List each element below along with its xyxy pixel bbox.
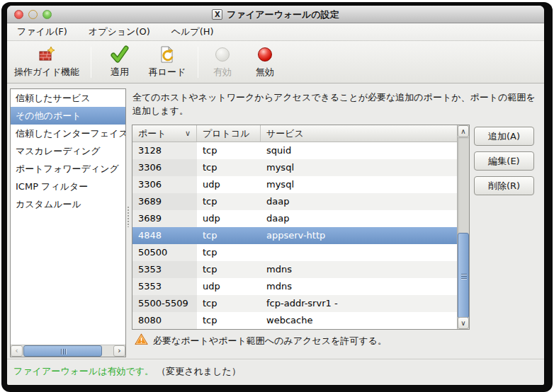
- ports-table-grid: ポート ∨ プロトコル サービス 3128 tcp squid: [132, 125, 457, 329]
- sidebar-item[interactable]: ICMP フィルター: [11, 178, 125, 195]
- port-header-label: ポート: [138, 128, 166, 139]
- pane-resize-handle[interactable]: [127, 206, 130, 227]
- service-cell: appserv-http: [261, 227, 457, 244]
- service-cell: mysql: [261, 159, 457, 176]
- scroll-right-icon[interactable]: ›: [113, 345, 125, 357]
- service-cell: squid: [261, 142, 457, 159]
- wizard-icon: [38, 45, 56, 64]
- port-cell: 3306: [132, 159, 197, 176]
- service-cell: daap: [261, 210, 457, 227]
- table-action-buttons: 追加(A) 編集(E) 削除(R): [474, 127, 534, 195]
- port-cell: 5500-5509: [132, 295, 197, 312]
- warning-icon: [135, 333, 148, 348]
- warning-row: 必要なポートやポート範囲へのみアクセスを許可する。: [135, 333, 387, 348]
- menu-file[interactable]: ファイル(F): [16, 24, 69, 40]
- sidebar-item[interactable]: ポートフォワーディング: [11, 160, 125, 178]
- table-row[interactable]: 3306 tcp mysql: [132, 159, 457, 176]
- port-cell: 3128: [132, 142, 197, 159]
- reload-toolbar-button[interactable]: 再ロード: [145, 43, 189, 81]
- menu-help[interactable]: ヘルプ(H): [170, 24, 215, 40]
- service-cell: mdns: [261, 278, 457, 295]
- title-area: X ファイアーウォールの設定: [7, 6, 544, 23]
- x11-app-icon: X: [212, 9, 222, 20]
- table-row[interactable]: 50500 tcp: [132, 244, 457, 261]
- sidebar-item[interactable]: その他のポート: [11, 107, 125, 125]
- table-row[interactable]: 5353 udp mdns: [132, 278, 457, 295]
- table-row[interactable]: 8080 tcp webcache: [132, 312, 457, 329]
- add-button[interactable]: 追加(A): [474, 127, 534, 146]
- sidebar-item[interactable]: カスタムルール: [11, 195, 125, 213]
- service-cell: webcache: [261, 312, 457, 329]
- port-cell: 4848: [132, 227, 197, 244]
- sort-descending-icon: ∨: [185, 125, 191, 142]
- ports-description: 全てのホストやネットワークからアクセスできることが必要な追加のポートか、ポートの…: [132, 91, 542, 117]
- port-cell: 5353: [132, 261, 197, 278]
- port-cell: 3689: [132, 210, 197, 227]
- disable-circle-icon: [258, 45, 272, 64]
- protocol-cell: tcp: [197, 312, 261, 329]
- titlebar[interactable]: X ファイアーウォールの設定: [7, 6, 544, 23]
- table-row[interactable]: 3689 tcp daap: [132, 193, 457, 210]
- enable-circle-icon: [215, 45, 230, 64]
- horizontal-scroll-thumb[interactable]: [23, 345, 102, 357]
- table-row[interactable]: 5353 tcp mdns: [132, 261, 457, 278]
- screenshot-canvas: X ファイアーウォールの設定 ファイル(F) オプション(O) ヘルプ(H) 操…: [0, 0, 554, 392]
- apply-label: 適用: [111, 66, 129, 79]
- scroll-up-icon[interactable]: ∧: [458, 125, 469, 137]
- changed-status-text: （変更されました）: [157, 366, 241, 376]
- protocol-cell: udp: [197, 210, 261, 227]
- statusbar: ファイアーウォールは有効です。 （変更されました）: [7, 360, 544, 385]
- vertical-scroll-track[interactable]: [458, 137, 469, 317]
- protocol-cell: tcp: [197, 244, 261, 261]
- protocol-cell: tcp: [197, 159, 261, 176]
- scroll-down-icon[interactable]: ∨: [458, 317, 469, 329]
- table-row[interactable]: 5500-5509 tcp fcp-addr-srvr1 -: [132, 295, 457, 312]
- protocol-cell: udp: [197, 176, 261, 193]
- wizard-label: 操作ガイド機能: [14, 66, 79, 79]
- protocol-cell: tcp: [197, 193, 261, 210]
- column-header-port[interactable]: ポート ∨: [132, 125, 197, 142]
- toolbar-separator: [198, 47, 198, 78]
- ports-table: ポート ∨ プロトコル サービス 3128 tcp squid: [132, 125, 470, 330]
- protocol-cell: tcp: [197, 142, 261, 159]
- enable-label: 有効: [213, 66, 232, 79]
- firewall-config-window: X ファイアーウォールの設定 ファイル(F) オプション(O) ヘルプ(H) 操…: [7, 6, 544, 385]
- wizard-toolbar-button[interactable]: 操作ガイド機能: [11, 43, 82, 81]
- port-cell: 3689: [132, 193, 197, 210]
- horizontal-scroll-track[interactable]: [102, 345, 113, 357]
- service-cell: fcp-addr-srvr1 -: [261, 295, 457, 312]
- menubar: ファイル(F) オプション(O) ヘルプ(H): [7, 23, 544, 41]
- delete-button[interactable]: 削除(R): [474, 176, 534, 195]
- table-row[interactable]: 3689 udp daap: [132, 210, 457, 227]
- sidebar-item[interactable]: 信頼したインターフェイス: [11, 125, 125, 142]
- menu-options[interactable]: オプション(O): [87, 24, 152, 40]
- sidebar-horizontal-scrollbar[interactable]: ‹ ›: [11, 345, 125, 357]
- table-vertical-scrollbar[interactable]: ∧ ∨: [457, 125, 469, 329]
- protocol-cell: udp: [197, 278, 261, 295]
- sidebar-item[interactable]: マスカレーディング: [11, 142, 125, 160]
- table-row[interactable]: 3306 udp mysql: [132, 176, 457, 193]
- reload-icon: [158, 45, 176, 64]
- column-header-protocol[interactable]: プロトコル: [197, 125, 261, 142]
- toolbar: 操作ガイド機能 適用: [7, 41, 544, 83]
- firewall-status-text: ファイアーウォールは有効です。: [13, 366, 154, 376]
- table-header-row: ポート ∨ プロトコル サービス: [132, 125, 457, 142]
- protocol-cell: tcp: [197, 261, 261, 278]
- scroll-left-icon[interactable]: ‹: [11, 345, 23, 357]
- service-cell: mdns: [261, 261, 457, 278]
- vertical-scroll-thumb[interactable]: [458, 233, 469, 318]
- sidebar-category-list: 信頼したサービス その他のポート 信頼したインターフェイス マスカレーディング …: [10, 88, 126, 357]
- column-header-service[interactable]: サービス: [261, 125, 457, 142]
- sidebar-item[interactable]: 信頼したサービス: [11, 89, 125, 107]
- edit-button[interactable]: 編集(E): [474, 151, 534, 171]
- protocol-cell: tcp: [197, 295, 261, 312]
- window-title: ファイアーウォールの設定: [227, 8, 339, 21]
- table-row[interactable]: 3128 tcp squid: [132, 142, 457, 159]
- port-cell: 8080: [132, 312, 197, 329]
- table-row[interactable]: 4848 tcp appserv-http: [132, 227, 457, 244]
- disable-toolbar-button[interactable]: 無効: [249, 43, 281, 81]
- apply-toolbar-button[interactable]: 適用: [100, 43, 140, 81]
- enable-toolbar-button: 有効: [207, 43, 238, 81]
- port-cell: 5353: [132, 278, 197, 295]
- toolbar-separator: [91, 47, 91, 78]
